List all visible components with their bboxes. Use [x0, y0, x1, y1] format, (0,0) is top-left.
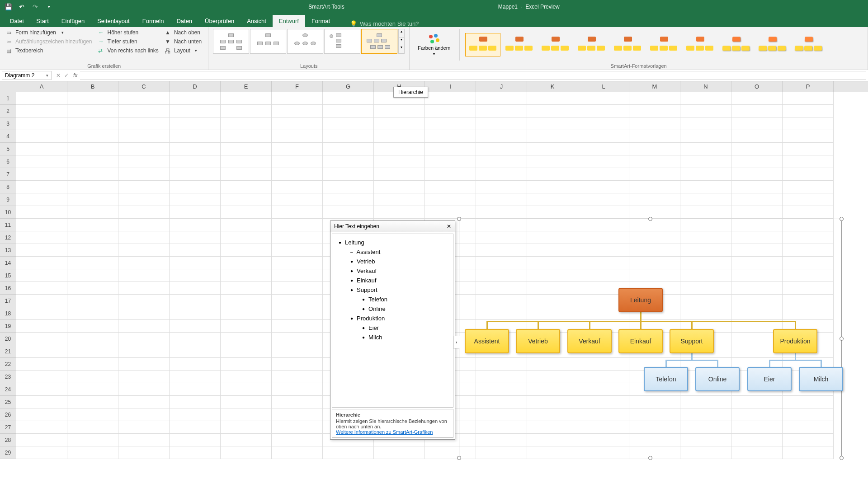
cell[interactable]	[118, 231, 170, 244]
cell[interactable]	[783, 206, 834, 219]
cell[interactable]	[16, 282, 67, 295]
node-produktion[interactable]: Produktion	[773, 329, 817, 353]
cell[interactable]	[629, 117, 680, 130]
cell[interactable]	[16, 446, 67, 459]
tab-entwurf[interactable]: Entwurf	[273, 15, 305, 27]
cell[interactable]	[323, 117, 374, 130]
cell[interactable]	[170, 358, 221, 371]
cell[interactable]	[118, 307, 170, 320]
layout-thumb-1[interactable]	[213, 29, 249, 54]
cell[interactable]	[680, 143, 731, 155]
resize-handle[interactable]	[457, 456, 461, 460]
chevron-down-icon[interactable]: ▾	[46, 73, 48, 78]
text-pane-item[interactable]: ●Milch	[337, 333, 448, 342]
cell[interactable]	[170, 92, 221, 105]
cell[interactable]	[221, 408, 272, 421]
cell[interactable]	[272, 307, 323, 320]
cell[interactable]	[221, 358, 272, 371]
cell[interactable]	[67, 168, 118, 181]
cell[interactable]	[272, 193, 323, 206]
cell[interactable]	[67, 282, 118, 295]
cell[interactable]	[221, 130, 272, 143]
cell[interactable]	[118, 168, 170, 181]
cell[interactable]	[118, 105, 170, 117]
cell[interactable]	[578, 193, 629, 206]
text-pane-item[interactable]: ●Verkauf	[337, 266, 448, 276]
nach-unten-button[interactable]: ▼ Nach unten	[163, 38, 203, 45]
rtl-button[interactable]: ⇄ Von rechts nach links	[96, 47, 160, 54]
cell[interactable]	[67, 295, 118, 307]
cell[interactable]	[272, 257, 323, 269]
qat-more-icon[interactable]: ▾	[45, 3, 52, 10]
cell[interactable]	[731, 117, 783, 130]
cell[interactable]	[16, 383, 67, 396]
cell[interactable]	[680, 92, 731, 105]
resize-handle[interactable]	[840, 456, 844, 460]
cell[interactable]	[221, 143, 272, 155]
row-header[interactable]: 20	[0, 333, 16, 345]
node-online[interactable]: Online	[695, 367, 740, 391]
row-header[interactable]: 17	[0, 295, 16, 307]
cell[interactable]	[578, 130, 629, 143]
cell[interactable]	[67, 307, 118, 320]
cell[interactable]	[221, 105, 272, 117]
cell[interactable]	[67, 155, 118, 168]
cell[interactable]	[170, 130, 221, 143]
cell[interactable]	[67, 257, 118, 269]
cell[interactable]	[272, 231, 323, 244]
textbereich-button[interactable]: ▤ Textbereich	[5, 47, 94, 54]
cell[interactable]	[16, 396, 67, 408]
cell[interactable]	[476, 193, 527, 206]
layout-thumb-3[interactable]	[287, 29, 323, 54]
cell[interactable]	[221, 320, 272, 333]
cell[interactable]	[272, 446, 323, 459]
cell[interactable]	[476, 117, 527, 130]
cell[interactable]	[118, 219, 170, 231]
cell[interactable]	[527, 181, 578, 193]
tell-me-search[interactable]: 💡 Was möchten Sie tun?	[345, 20, 423, 27]
cell[interactable]	[118, 244, 170, 257]
cell[interactable]	[118, 206, 170, 219]
nach-oben-button[interactable]: ▲ Nach oben	[163, 29, 203, 36]
cell[interactable]	[425, 143, 476, 155]
cell[interactable]	[527, 206, 578, 219]
cell[interactable]	[221, 181, 272, 193]
cell[interactable]	[67, 130, 118, 143]
cell[interactable]	[118, 282, 170, 295]
cell[interactable]	[272, 155, 323, 168]
cell[interactable]	[783, 155, 834, 168]
cell[interactable]	[731, 181, 783, 193]
cell[interactable]	[629, 155, 680, 168]
cell[interactable]	[476, 155, 527, 168]
cell[interactable]	[221, 117, 272, 130]
row-header[interactable]: 27	[0, 421, 16, 434]
cell[interactable]	[16, 181, 67, 193]
cell[interactable]	[170, 181, 221, 193]
cell[interactable]	[476, 105, 527, 117]
cell[interactable]	[425, 193, 476, 206]
style-thumb-9[interactable]	[755, 33, 790, 56]
cell[interactable]	[527, 92, 578, 105]
resize-handle[interactable]	[648, 217, 652, 221]
cell[interactable]	[272, 130, 323, 143]
cell[interactable]	[16, 219, 67, 231]
cell[interactable]	[527, 193, 578, 206]
text-pane-item[interactable]: ●Online	[337, 304, 448, 314]
cell[interactable]	[67, 371, 118, 383]
cell[interactable]	[118, 446, 170, 459]
cell[interactable]	[221, 92, 272, 105]
node-milch[interactable]: Milch	[799, 367, 843, 391]
cell[interactable]	[221, 295, 272, 307]
layout-button[interactable]: 品 Layout ▾	[163, 47, 203, 54]
undo-icon[interactable]: ↶	[18, 3, 25, 10]
cell[interactable]	[272, 320, 323, 333]
row-header[interactable]: 22	[0, 358, 16, 371]
cell[interactable]	[272, 143, 323, 155]
column-header[interactable]: K	[527, 81, 578, 92]
row-header[interactable]: 14	[0, 257, 16, 269]
cell[interactable]	[67, 269, 118, 282]
cell[interactable]	[67, 219, 118, 231]
cell[interactable]	[16, 371, 67, 383]
cell[interactable]	[67, 320, 118, 333]
tab-ansicht[interactable]: Ansicht	[241, 15, 273, 27]
